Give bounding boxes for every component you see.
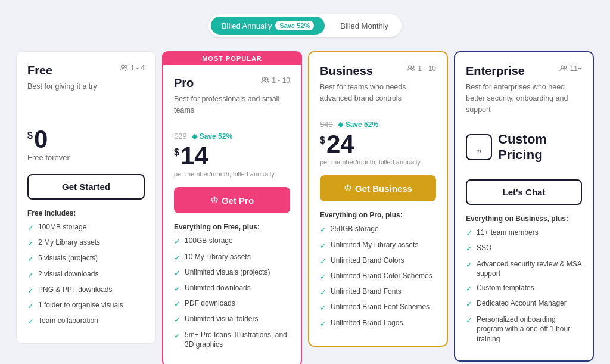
feature-item: ✓ 100MB storage [27,222,145,234]
feature-text: 2 My Library assets [38,238,100,248]
feature-text: Unlimited Brand Colors [331,256,404,266]
billing-toggle[interactable]: Billed Annually Save 52% Billed Monthly [208,14,402,37]
feature-text: 5 visuals (projects) [38,253,98,263]
plan-cta-button[interactable]: ♔ Get Business [320,175,436,201]
svg-point-0 [121,65,124,68]
check-icon: ✓ [174,299,180,310]
feature-item: ✓ 5m+ Pro Icons, Illustrations, and 3D g… [174,330,290,350]
svg-point-5 [412,66,414,69]
feature-text: Custom templates [477,283,534,293]
price-dollar: $ [320,135,325,146]
check-icon: ✓ [174,237,180,247]
team-size: 11+ [559,64,582,73]
feature-text: Personalized onboarding program with a o… [477,315,582,344]
feature-text: PNG & PPT downloads [38,285,113,295]
custom-pricing-section: „ Custom Pricing [466,123,582,171]
team-size: 1 - 10 [261,76,290,85]
feature-item: ✓ 2 visual downloads [27,269,145,281]
check-icon: ✓ [174,253,180,263]
feature-item: ✓ 100GB storage [174,236,290,247]
price-dollar: $ [27,130,33,141]
feature-text: 250GB storage [331,224,379,234]
most-popular-banner: MOST POPULAR [162,52,302,65]
feature-text: Unlimited Brand Logos [331,318,403,328]
check-icon: ✓ [174,315,180,325]
feature-item: ✓ Unlimited Brand Color Schemes [320,271,436,282]
check-icon: ✓ [320,303,326,313]
feature-text: 5m+ Pro Icons, Illustrations, and 3D gra… [185,330,290,350]
feature-item: ✓ Personalized onboarding program with a… [466,315,582,344]
feature-item: ✓ Unlimited downloads [174,283,290,294]
feature-item: ✓ Unlimited visual folders [174,314,290,325]
btn-label: Get Started [62,182,110,192]
plan-header: Business 1 - 10 [320,64,436,78]
feature-text: Unlimited Brand Fonts [331,287,402,297]
check-icon: ✓ [27,254,34,265]
plan-header: Free 1 - 4 [27,64,145,77]
feature-text: SSO [477,243,491,253]
check-icon: ✓ [27,301,34,312]
price-amount: 24 [326,132,354,157]
feature-item: ✓ 250GB storage [320,224,436,235]
check-icon: ✓ [27,270,34,281]
plan-desc: Best for professionals and small teams [174,94,290,122]
feature-item: ✓ Custom templates [466,283,582,294]
feature-item: ✓ Unlimited Brand Fonts [320,287,436,298]
feature-item: ✓ Unlimited My Library assets [320,240,436,251]
feature-text: Dedicated Account Manager [477,298,567,309]
feature-item: ✓ Unlimited Brand Logos [320,318,436,329]
svg-point-7 [564,66,567,69]
feature-text: 10 My Library assets [185,252,251,262]
check-icon: ✓ [320,225,326,235]
crown-icon: ♔ [344,183,351,194]
feature-list: ✓ 250GB storage ✓ Unlimited My Library a… [320,224,436,329]
crown-icon: ♔ [210,195,218,206]
billing-annually[interactable]: Billed Annually Save 52% [211,17,325,35]
feature-item: ✓ 10 My Library assets [174,252,290,263]
feature-item: ✓ 1 folder to organise visuals [27,300,145,312]
feature-text: PDF downloads [185,298,235,309]
feature-section-title: Everything on Free, plus: [174,223,290,231]
check-icon: ✓ [27,238,34,249]
check-icon: ✓ [320,319,326,329]
check-icon: ✓ [466,315,472,326]
btn-label: Get Business [355,183,412,194]
diamond-icon: ◆ [192,132,197,141]
annually-label: Billed Annually [222,21,272,30]
plan-desc: Best for teams who needs advanced brand … [320,82,436,110]
plan-card-business: Business 1 - 10 Best for teams who needs… [308,51,448,347]
plan-cta-button[interactable]: ♔ Get Pro [174,187,290,213]
feature-section-title: Everything on Business, plus: [466,214,582,223]
feature-text: Unlimited Brand Color Schemes [331,271,432,281]
plan-cta-button[interactable]: Get Started [27,174,145,200]
svg-point-2 [263,77,266,80]
plan-desc: Best for enterprises who need better sec… [466,82,582,115]
feature-item: ✓ Dedicated Account Manager [466,298,582,310]
billing-monthly[interactable]: Billed Monthly [329,17,399,35]
feature-text: 100MB storage [38,222,86,232]
feature-item: ✓ PNG & PPT downloads [27,285,145,296]
plan-desc: Best for giving it a try [27,81,145,110]
plan-name: Pro [174,76,194,90]
plan-cta-button[interactable]: Let's Chat [466,179,582,205]
feature-text: Unlimited Brand Font Schemes [331,302,430,312]
feature-list: ✓ 11+ team members ✓ SSO ✓ Advanced secu… [466,228,582,344]
plan-name: Free [27,64,52,77]
check-icon: ✓ [466,260,472,270]
plan-card-enterprise: Enterprise 11+ Best for enterprises who … [454,51,594,362]
team-size: 1 - 10 [407,64,436,73]
monthly-label: Billed Monthly [340,21,388,30]
feature-text: Team collaboration [38,316,98,326]
plan-card-free: Free 1 - 4 Best for giving it a try $ 0 … [16,51,156,344]
feature-list: ✓ 100MB storage ✓ 2 My Library assets ✓ … [27,222,145,327]
check-icon: ✓ [174,284,180,294]
check-icon: ✓ [174,268,180,279]
check-icon: ✓ [320,241,326,251]
feature-text: Unlimited downloads [185,283,251,293]
plan-name: Business [320,64,373,78]
price-section: $49 ◆ Save 52% $ 24 per member/month, bi… [320,119,436,167]
feature-item: ✓ Unlimited visuals (projects) [174,267,290,279]
check-icon: ✓ [466,284,472,294]
plans-grid: Free 1 - 4 Best for giving it a try $ 0 … [13,51,597,364]
feature-list: ✓ 100GB storage ✓ 10 My Library assets ✓… [174,236,290,350]
